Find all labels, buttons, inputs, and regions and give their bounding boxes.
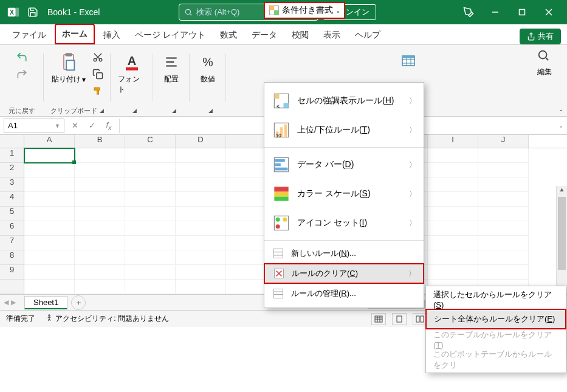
accessibility-status[interactable]: アクセシビリティ: 問題ありません xyxy=(45,314,169,324)
fx-icon[interactable]: fx xyxy=(102,119,115,132)
cell[interactable] xyxy=(176,236,226,250)
row-header[interactable]: 1 xyxy=(0,148,24,163)
share-button[interactable]: 共有 xyxy=(520,29,561,44)
cell[interactable] xyxy=(125,236,176,250)
cell[interactable] xyxy=(75,207,125,221)
enter-formula-icon[interactable]: ✓ xyxy=(85,119,98,132)
tab-data[interactable]: データ xyxy=(246,26,283,44)
cell[interactable] xyxy=(478,177,529,192)
cell[interactable] xyxy=(24,207,75,221)
tab-home[interactable]: ホーム xyxy=(55,24,95,44)
cell[interactable] xyxy=(24,265,75,280)
cell[interactable] xyxy=(428,236,478,250)
number-group[interactable]: % 数値 xyxy=(194,50,221,86)
tab-page-layout[interactable]: ページ レイアウト xyxy=(129,26,211,44)
tab-review[interactable]: 校閲 xyxy=(286,26,315,44)
normal-view-button[interactable] xyxy=(371,313,386,325)
cell[interactable] xyxy=(478,265,529,280)
cell[interactable] xyxy=(176,177,226,192)
menu-new-rule[interactable]: 新しいルール(N)... xyxy=(264,243,424,264)
cell[interactable] xyxy=(75,265,125,280)
paste-button[interactable]: 貼り付け ▾ xyxy=(49,50,88,86)
save-icon[interactable] xyxy=(24,4,41,21)
menu-top-bottom-rules[interactable]: 10 上位/下位ルール(T) 〉 xyxy=(264,115,424,145)
row-header[interactable]: 8 xyxy=(0,250,24,265)
row-header[interactable]: 3 xyxy=(0,177,24,192)
cell[interactable] xyxy=(24,177,75,192)
dialog-launcher-icon[interactable]: ◢ xyxy=(100,108,104,114)
cell[interactable] xyxy=(176,163,226,177)
cell[interactable] xyxy=(75,177,125,192)
col-header[interactable]: B xyxy=(75,135,125,148)
table-icon[interactable] xyxy=(401,53,416,70)
tab-view[interactable]: 表示 xyxy=(317,26,346,44)
col-header[interactable]: A xyxy=(24,135,75,148)
cell[interactable] xyxy=(75,236,125,250)
cell[interactable] xyxy=(125,148,176,163)
cell[interactable] xyxy=(75,148,125,163)
cell[interactable] xyxy=(125,163,176,177)
prev-sheet-icon[interactable]: ◀ xyxy=(4,298,9,306)
dialog-launcher-icon[interactable]: ◢ xyxy=(132,108,137,114)
cell[interactable] xyxy=(176,265,226,280)
redo-button[interactable] xyxy=(15,67,29,81)
pen-icon[interactable] xyxy=(455,0,482,24)
scroll-up-icon[interactable]: ▲ xyxy=(557,186,567,196)
col-header[interactable]: J xyxy=(478,135,529,148)
copy-button[interactable] xyxy=(91,67,105,81)
conditional-formatting-button[interactable]: 条件付き書式 ⌄ xyxy=(264,2,345,19)
row-header[interactable]: 4 xyxy=(0,192,24,207)
select-all-corner[interactable] xyxy=(0,135,24,148)
cell[interactable] xyxy=(75,280,125,294)
cell[interactable] xyxy=(75,221,125,236)
row-header[interactable]: 5 xyxy=(0,207,24,221)
cell[interactable] xyxy=(428,207,478,221)
close-button[interactable] xyxy=(535,0,562,24)
clear-rules-from-sheet[interactable]: シート全体からルールをクリア(E) xyxy=(425,309,566,329)
cell[interactable] xyxy=(125,250,176,265)
cell[interactable] xyxy=(24,236,75,250)
tab-file[interactable]: ファイル xyxy=(6,26,52,44)
row-header[interactable]: 9 xyxy=(0,265,24,280)
cell[interactable] xyxy=(478,192,529,207)
cell-a1[interactable] xyxy=(24,148,75,163)
expand-formula-bar-icon[interactable]: ⌄ xyxy=(558,122,563,129)
cell[interactable] xyxy=(75,163,125,177)
cell[interactable] xyxy=(24,221,75,236)
cell[interactable] xyxy=(478,207,529,221)
name-box[interactable]: A1 ▼ xyxy=(4,119,64,133)
col-header[interactable]: C xyxy=(125,135,176,148)
menu-data-bars[interactable]: データ バー(D) 〉 xyxy=(264,150,424,179)
cell[interactable] xyxy=(176,250,226,265)
alignment-group[interactable]: 配置 xyxy=(158,50,185,86)
format-painter-button[interactable] xyxy=(91,84,105,98)
cell[interactable] xyxy=(24,280,75,294)
cell[interactable] xyxy=(24,250,75,265)
cell[interactable] xyxy=(176,207,226,221)
cell[interactable] xyxy=(478,163,529,177)
maximize-button[interactable] xyxy=(509,0,535,24)
cancel-formula-icon[interactable]: ✕ xyxy=(68,119,81,132)
scroll-thumb[interactable] xyxy=(558,197,566,270)
cut-button[interactable] xyxy=(91,50,105,64)
menu-manage-rules[interactable]: ルールの管理(R)... xyxy=(264,283,424,304)
menu-highlight-cells-rules[interactable]: ≤ セルの強調表示ルール(H) 〉 xyxy=(264,86,424,115)
cell[interactable] xyxy=(428,250,478,265)
col-header[interactable]: I xyxy=(428,135,478,148)
dialog-launcher-icon[interactable]: ◢ xyxy=(208,108,213,114)
cell[interactable] xyxy=(125,265,176,280)
cell[interactable] xyxy=(125,280,176,294)
cell[interactable] xyxy=(478,148,529,163)
cell[interactable] xyxy=(24,192,75,207)
menu-clear-rules[interactable]: ルールのクリア(C) 〉 xyxy=(264,263,424,284)
next-sheet-icon[interactable]: ▶ xyxy=(11,298,16,306)
tab-formulas[interactable]: 数式 xyxy=(214,26,243,44)
cell[interactable] xyxy=(478,250,529,265)
cell[interactable] xyxy=(428,177,478,192)
minimize-button[interactable] xyxy=(482,0,509,24)
cell[interactable] xyxy=(478,236,529,250)
clear-rules-from-selection[interactable]: 選択したセルからルールをクリア(S) xyxy=(426,289,566,309)
cell[interactable] xyxy=(24,163,75,177)
cell[interactable] xyxy=(428,221,478,236)
row-header[interactable]: 6 xyxy=(0,221,24,236)
